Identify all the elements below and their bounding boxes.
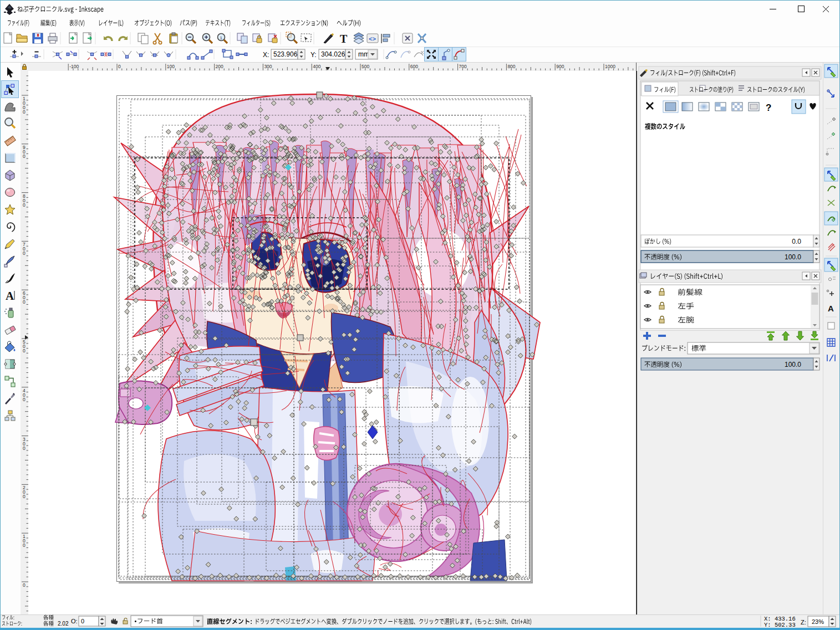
svg-text:1000: 1000 — [605, 64, 615, 69]
svg-text:304.026: 304.026 — [321, 50, 345, 58]
svg-text:0: 0 — [23, 299, 26, 305]
svg-text:A: A — [6, 289, 14, 303]
svg-text:O:: O: — [71, 618, 78, 624]
svg-text:900: 900 — [556, 64, 564, 69]
svg-text:600: 600 — [410, 64, 418, 69]
svg-text:0: 0 — [23, 109, 26, 115]
svg-text:Y: 502.33: Y: 502.33 — [764, 622, 796, 628]
svg-text:100.0: 100.0 — [785, 253, 801, 261]
svg-text:0: 0 — [81, 618, 84, 624]
svg-text:523.906: 523.906 — [273, 50, 298, 58]
svg-text:0: 0 — [118, 64, 121, 69]
svg-text:700: 700 — [459, 64, 467, 69]
svg-text:0: 0 — [23, 494, 26, 499]
svg-text:400: 400 — [313, 64, 320, 69]
svg-text:X:: X: — [263, 51, 269, 59]
svg-text:-100: -100 — [69, 64, 79, 69]
svg-text:1: 1 — [220, 35, 223, 40]
svg-text:2.02: 2.02 — [58, 621, 69, 627]
svg-text:300: 300 — [264, 64, 272, 69]
svg-text:T: T — [340, 33, 348, 45]
svg-text:0: 0 — [23, 250, 26, 256]
svg-text:100.0: 100.0 — [785, 361, 801, 368]
svg-text:0: 0 — [23, 348, 26, 354]
svg-text:0: 0 — [23, 542, 26, 548]
svg-text:0.0: 0.0 — [792, 238, 801, 245]
svg-text:100: 100 — [167, 64, 175, 69]
svg-text:?: ? — [766, 103, 771, 113]
svg-text:0: 0 — [23, 445, 26, 451]
svg-text:<>: <> — [369, 36, 376, 43]
svg-text:23%: 23% — [812, 618, 824, 625]
svg-text:0: 0 — [23, 153, 26, 159]
svg-text:0: 0 — [23, 582, 26, 588]
svg-text:0: 0 — [23, 397, 26, 402]
svg-text:mm: mm — [358, 50, 369, 58]
svg-text:Z:: Z: — [801, 619, 806, 626]
svg-text:Y:: Y: — [310, 51, 317, 59]
svg-text:500: 500 — [362, 64, 369, 69]
svg-text:800: 800 — [507, 64, 515, 69]
svg-text:A: A — [828, 304, 834, 313]
svg-text:200: 200 — [216, 64, 223, 69]
svg-text:0: 0 — [23, 202, 26, 208]
